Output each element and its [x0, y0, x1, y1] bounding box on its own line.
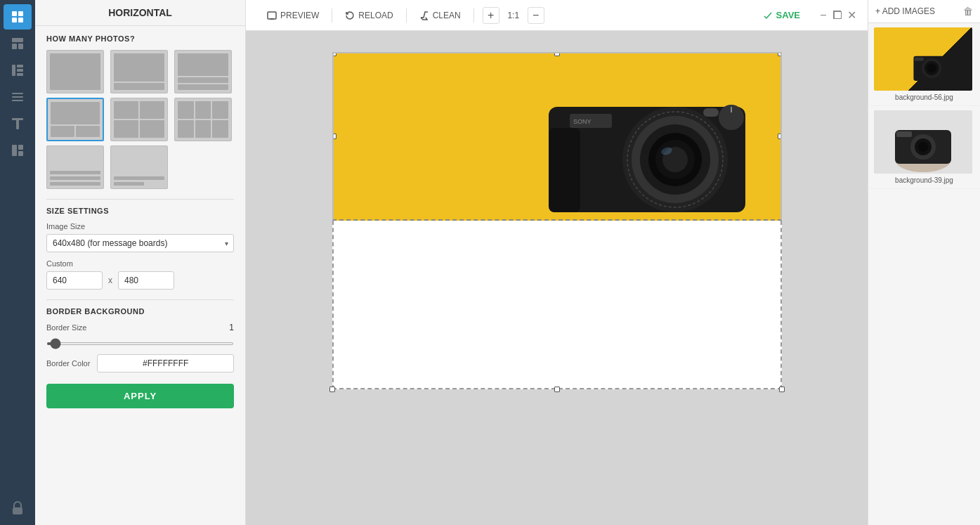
sep-2: [406, 8, 407, 22]
border-size-row: Border Size 1: [46, 323, 234, 332]
handle-bot-left[interactable]: [329, 387, 335, 392]
svg-rect-9: [17, 69, 23, 72]
collage-top-cell[interactable]: SONY: [332, 52, 782, 221]
svg-point-49: [918, 142, 928, 152]
border-color-label: Border Color: [46, 359, 90, 368]
save-icon: [763, 11, 773, 20]
maximize-button[interactable]: ⧠: [832, 11, 842, 20]
svg-rect-43: [915, 58, 924, 61]
handle-top-left[interactable]: [332, 52, 337, 56]
sidebar-item-text[interactable]: [4, 111, 32, 136]
border-color-row: Border Color #FFFFFFFF: [46, 354, 234, 372]
layout-thumb-2[interactable]: [110, 50, 168, 93]
image-item-1[interactable]: background-56.jpg: [868, 23, 980, 106]
svg-rect-4: [12, 38, 23, 42]
add-images-label: + ADD IMAGES: [875, 6, 935, 16]
svg-point-41: [927, 64, 936, 73]
sidebar-item-menu[interactable]: [4, 84, 32, 110]
layout-thumb-7[interactable]: [46, 145, 104, 189]
sidebar-item-lock[interactable]: [4, 495, 32, 521]
x-separator: x: [108, 276, 112, 285]
svg-rect-15: [16, 118, 19, 129]
zoom-level: 1:1: [504, 11, 523, 20]
svg-rect-1: [18, 11, 23, 16]
svg-rect-0: [12, 11, 17, 16]
border-size-label: Border Size: [46, 323, 86, 332]
photo-layouts: [46, 50, 234, 189]
zoom-controls: + 1:1 −: [483, 7, 544, 24]
delete-image-button[interactable]: 🗑: [963, 6, 973, 17]
save-button[interactable]: SAVE: [753, 6, 810, 25]
top-bar: PREVIEW RELOAD CLEAN + 1:1 − SAVE: [246, 0, 868, 31]
image-item-2[interactable]: background-39.jpg: [868, 106, 980, 189]
reload-label: RELOAD: [358, 11, 393, 20]
border-size-slider-wrap: [46, 337, 234, 347]
close-button[interactable]: ✕: [847, 11, 856, 20]
image-size-select[interactable]: 640x480 (for message boards) 800x600 102…: [46, 234, 234, 252]
layout-thumb-8[interactable]: [110, 145, 168, 189]
canvas-area: SONY: [246, 31, 868, 525]
add-images-button[interactable]: + ADD IMAGES: [875, 6, 935, 16]
zoom-minus-button[interactable]: −: [528, 7, 544, 24]
custom-height-input[interactable]: [118, 271, 174, 290]
handle-mid-right[interactable]: [778, 134, 782, 139]
layout-thumb-4[interactable]: [46, 98, 104, 141]
sidebar-item-grid[interactable]: [4, 4, 32, 30]
panel-window-title: HORIZONTAL: [35, 0, 245, 26]
sep-3: [473, 8, 474, 22]
svg-rect-5: [12, 44, 17, 49]
handle-top-center[interactable]: [554, 52, 560, 56]
layout-thumb-3[interactable]: [174, 50, 232, 93]
layout-thumb-5[interactable]: [110, 98, 168, 141]
image-size-label: Image Size: [46, 222, 234, 231]
collage-bottom-cell[interactable]: [332, 221, 782, 389]
border-color-value[interactable]: #FFFFFFFF: [97, 354, 234, 372]
thumb-camera-icon-2: [874, 110, 972, 174]
handle-bot-center[interactable]: [554, 387, 560, 392]
preview-label: PREVIEW: [280, 11, 319, 20]
svg-rect-13: [12, 100, 23, 101]
handle-top-right[interactable]: [778, 52, 782, 56]
svg-rect-11: [12, 93, 23, 94]
right-panel: + ADD IMAGES 🗑 background-56.jpg: [868, 0, 980, 525]
size-settings-title: SIZE SETTINGS: [46, 207, 234, 215]
apply-button[interactable]: APPLY: [46, 384, 234, 408]
border-size-slider[interactable]: [46, 342, 234, 345]
svg-rect-10: [17, 73, 23, 76]
svg-rect-7: [12, 65, 15, 76]
image-size-select-wrap: 640x480 (for message boards) 800x600 102…: [46, 234, 234, 252]
handle-mid-left[interactable]: [332, 134, 337, 139]
sidebar-item-sidebar[interactable]: [4, 58, 32, 83]
left-panel: HORIZONTAL HOW MANY PHOTOS?: [35, 0, 246, 525]
svg-rect-36: [703, 108, 719, 117]
preview-button[interactable]: PREVIEW: [257, 6, 329, 25]
window-controls: − ⧠ ✕: [818, 11, 856, 20]
image-name-1: background-56.jpg: [874, 93, 974, 101]
layout-thumb-1[interactable]: [46, 50, 104, 93]
svg-rect-12: [12, 96, 23, 98]
custom-dimensions-row: x: [46, 271, 234, 290]
svg-rect-19: [13, 507, 22, 514]
collage-frame[interactable]: SONY: [332, 52, 782, 389]
custom-width-input[interactable]: [46, 271, 103, 290]
svg-rect-2: [12, 18, 17, 22]
svg-rect-8: [17, 65, 23, 67]
border-bg-title: BORDER BACKGROUND: [46, 307, 234, 316]
clean-icon: [419, 11, 429, 20]
custom-label: Custom: [46, 259, 234, 268]
layout-thumb-6[interactable]: [174, 98, 232, 141]
image-list: background-56.jpg background-39.jpg: [868, 23, 980, 525]
clean-button[interactable]: CLEAN: [410, 6, 471, 25]
sidebar-item-collage[interactable]: [4, 138, 32, 163]
svg-rect-3: [18, 18, 23, 22]
minimize-button[interactable]: −: [818, 11, 828, 20]
svg-rect-50: [896, 131, 912, 137]
canvas-content: SONY: [332, 52, 782, 389]
svg-rect-16: [12, 145, 17, 156]
zoom-plus-button[interactable]: +: [483, 7, 499, 24]
sep-1: [332, 8, 332, 22]
reload-button[interactable]: RELOAD: [335, 6, 403, 25]
svg-rect-6: [18, 44, 23, 49]
sidebar-item-layout[interactable]: [4, 31, 32, 56]
handle-bot-right[interactable]: [779, 387, 785, 392]
